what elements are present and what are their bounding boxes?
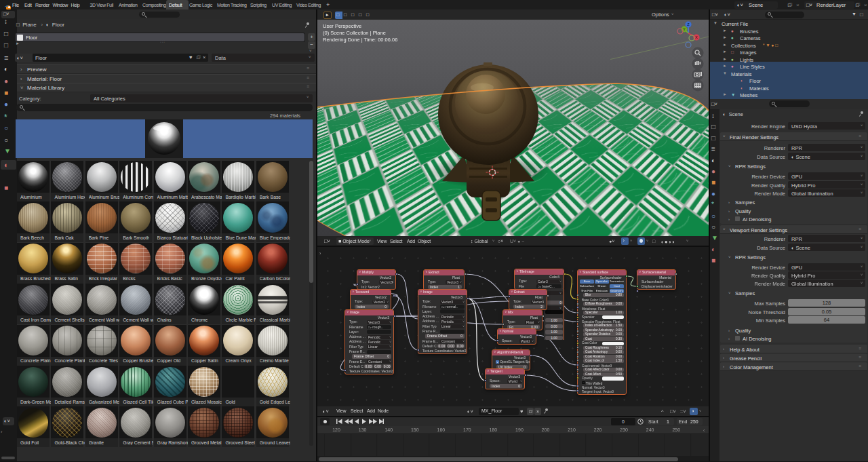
svg-text:Y: Y	[683, 27, 686, 31]
svg-text:X: X	[695, 35, 698, 39]
